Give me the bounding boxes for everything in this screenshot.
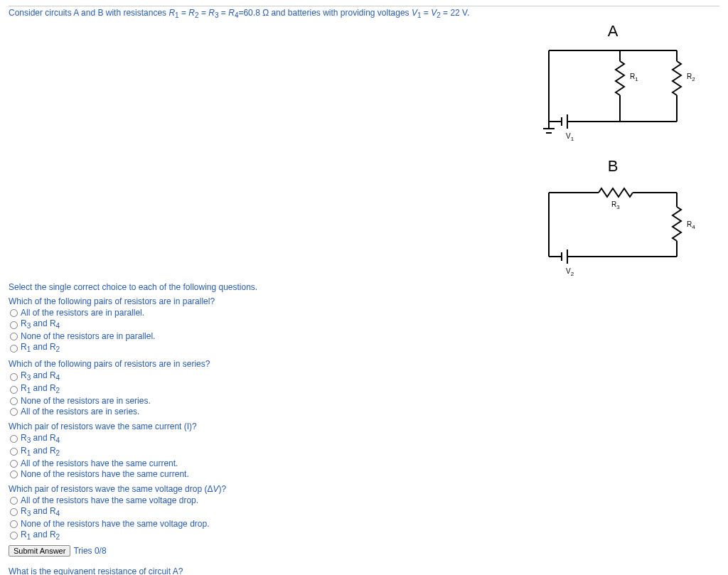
q1-opt-0[interactable]: All of the resistors are in parallel. [9, 308, 719, 318]
q4-radio-0[interactable] [10, 497, 18, 505]
q4-radio-2[interactable] [10, 520, 18, 528]
tries-1: Tries 0/8 [73, 546, 106, 556]
q2-opt-2[interactable]: None of the resistors are in series. [9, 396, 719, 407]
q4-opt-3[interactable]: R1 and R2 [9, 530, 719, 542]
circuit-a-label: A [608, 22, 619, 40]
v1-label: V1 [566, 132, 574, 142]
q3-opt-2[interactable]: All of the resistors have the same curre… [9, 458, 719, 469]
q2-opt-3[interactable]: All of the resistors are in series. [9, 407, 719, 417]
q2-radio-2[interactable] [10, 397, 18, 405]
q2-radio-3[interactable] [10, 408, 18, 416]
q4-radio-1[interactable] [10, 508, 18, 516]
q1-radio-0[interactable] [10, 309, 18, 317]
q1-radio-3[interactable] [10, 345, 18, 353]
q3-opt-1[interactable]: R1 and R2 [9, 446, 719, 458]
q3-radio-0[interactable] [10, 435, 18, 443]
q3-radio-3[interactable] [10, 471, 18, 478]
q1-radio-2[interactable] [10, 333, 18, 340]
q4-options: All of the resistors have the same volta… [9, 495, 719, 542]
circuit-a-diagram: A R1 [535, 22, 705, 150]
r4-label: R4 [687, 220, 695, 230]
q3-radio-1[interactable] [10, 448, 18, 456]
q3-opt-3[interactable]: None of the resistors have the same curr… [9, 469, 719, 480]
circuit-diagrams: A R1 [535, 22, 719, 292]
q2-text: Which of the following pairs of resistor… [9, 359, 719, 369]
q4-opt-2[interactable]: None of the resistors have the same volt… [9, 519, 719, 530]
q3-opt-0[interactable]: R3 and R4 [9, 433, 719, 446]
q2-opt-1[interactable]: R1 and R2 [9, 383, 719, 396]
q2-options: R3 and R4 R1 and R2 None of the resistor… [9, 370, 719, 417]
q1-opt-3[interactable]: R1 and R2 [9, 342, 719, 355]
q1-opt-1[interactable]: R3 and R4 [9, 318, 719, 331]
q3-radio-2[interactable] [10, 460, 18, 468]
q2-radio-1[interactable] [10, 386, 18, 394]
v2-label: V2 [566, 267, 574, 277]
q4-radio-3[interactable] [10, 532, 18, 539]
q4-opt-1[interactable]: R3 and R4 [9, 506, 719, 519]
r2-label: R2 [687, 72, 695, 82]
q4-text: Which pair of resistors wave the same vo… [9, 484, 719, 494]
problem-intro: Consider circuits A and B with resistanc… [9, 8, 719, 19]
q1-radio-1[interactable] [10, 321, 18, 329]
submit-button-1[interactable]: Submit Answer [9, 545, 70, 557]
q3-text: Which pair of resistors wave the same cu… [9, 421, 719, 431]
free-q-a: What is the equivanent resistance of cir… [9, 566, 719, 575]
q4-opt-0[interactable]: All of the resistors have the same volta… [9, 495, 719, 506]
circuit-b-label: B [608, 157, 619, 175]
q3-options: R3 and R4 R1 and R2 All of the resistors… [9, 433, 719, 480]
circuit-b-diagram: B R3 R4 V2 [535, 157, 705, 285]
q1-text: Which of the following pairs of resistor… [9, 296, 719, 306]
q1-opt-2[interactable]: None of the resistors are in parallel. [9, 331, 719, 342]
q2-radio-0[interactable] [10, 373, 18, 381]
q2-opt-0[interactable]: R3 and R4 [9, 370, 719, 383]
r3-label: R3 [611, 200, 620, 210]
r1-label: R1 [630, 72, 638, 82]
q1-options: All of the resistors are in parallel. R3… [9, 308, 719, 355]
